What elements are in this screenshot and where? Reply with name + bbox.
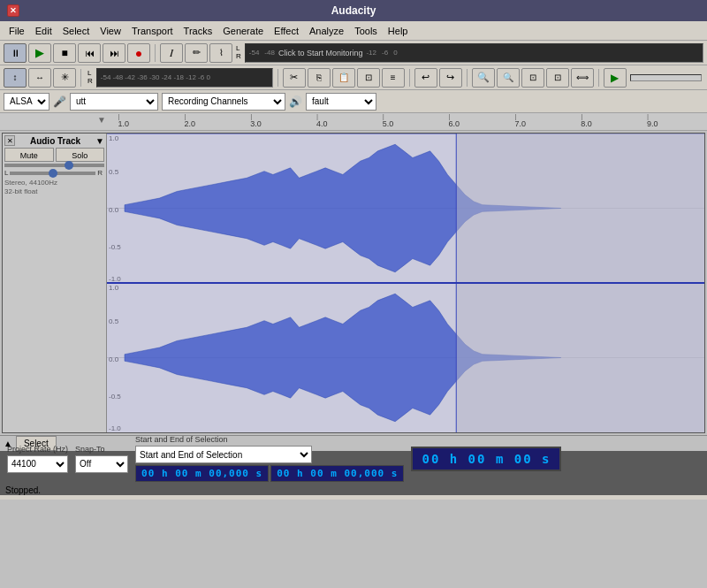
menu-tracks[interactable]: Tracks: [179, 24, 218, 38]
stop-button[interactable]: ■: [53, 43, 76, 63]
selection-combos: Start and End of Selection: [135, 446, 404, 463]
record-button[interactable]: ●: [127, 43, 150, 63]
gain-thumb[interactable]: [65, 161, 73, 170]
t-mark-3: 3.0: [250, 119, 262, 128]
tools-toolbar: ↕ ↔ ✳ LR -54 -48 -42 -36 -30 -24 -18 -12…: [0, 65, 707, 90]
selection-type-combo[interactable]: Start and End of Selection: [135, 446, 312, 463]
project-rate-label: Project Rate (Hz): [7, 445, 68, 454]
zoom-tool[interactable]: ↔: [28, 68, 51, 88]
zoom-fit-btn[interactable]: ⊡: [521, 68, 544, 88]
track-close-btn[interactable]: ✕: [4, 135, 15, 146]
track-title-row: ✕ Audio Track ▼: [4, 135, 104, 146]
paste-tool[interactable]: 📋: [332, 68, 355, 88]
cut-tool[interactable]: ✂: [283, 68, 306, 88]
redo-btn[interactable]: ↪: [439, 68, 462, 88]
vu-scale-left: -54-48: [249, 49, 275, 57]
t-mark-7: 7.0: [514, 119, 526, 128]
menu-bar: File Edit Select View Transport Tracks G…: [0, 21, 707, 41]
copy-tool[interactable]: ⎘: [308, 68, 331, 88]
mic-icon: 🎤: [53, 95, 66, 108]
channels-select[interactable]: Recording Channels: [162, 93, 285, 111]
sel-start-time: 00 h 00 m 00,000 s: [135, 465, 269, 482]
snap-to-label: Snap-To: [75, 445, 128, 454]
audio-position-display: 00 h 00 m 00 s: [411, 447, 561, 471]
menu-tools[interactable]: Tools: [349, 24, 383, 38]
pan-right-label: R: [97, 169, 103, 177]
menu-generate[interactable]: Generate: [217, 24, 269, 38]
vu-meter-2[interactable]: -54 -48 -42 -36 -30 -24 -18 -12 -6 0: [96, 68, 273, 88]
track-menu-arrow[interactable]: ▼: [95, 136, 104, 146]
pan-slider[interactable]: [10, 172, 95, 175]
main-area: ✕ Audio Track ▼ Mute Solo L R: [0, 131, 707, 436]
separator-5: [467, 69, 468, 87]
project-rate-select[interactable]: 44100: [7, 455, 68, 473]
zoom-sel-btn[interactable]: ⊡: [546, 68, 569, 88]
ibeam-tool[interactable]: 𝐼: [160, 43, 183, 63]
multitool[interactable]: ✳: [53, 68, 76, 88]
waveform-area[interactable]: [107, 134, 704, 432]
audio-track: ✕ Audio Track ▼ Mute Solo L R: [2, 133, 705, 433]
snap-to-group: Snap-To Off: [75, 445, 128, 473]
timeline-marks-container: ▼ 1.0 2.0 3.0 4.0 5.0 6.0 7.0 8.0 9.0: [106, 113, 707, 130]
t-mark-6: 6.0: [449, 119, 460, 128]
t-mark-4: 4.0: [316, 119, 328, 128]
solo-button[interactable]: Solo: [56, 148, 105, 162]
input-select[interactable]: utt: [70, 93, 158, 111]
menu-view[interactable]: View: [95, 24, 126, 38]
skip-fwd-button[interactable]: ⏭: [103, 43, 125, 63]
play-button[interactable]: ▶: [28, 43, 51, 63]
waveform-canvas: [107, 134, 704, 432]
envelope-tool[interactable]: ⌇: [209, 43, 232, 63]
selection-tool[interactable]: ↕: [4, 68, 27, 88]
close-btn[interactable]: ✕: [7, 4, 19, 17]
transport-toolbar: ⏸ ▶ ■ ⏮ ⏭ ● 𝐼 ✏ ⌇ LR -54-48 Click to Sta…: [0, 41, 707, 65]
menu-file[interactable]: File: [4, 24, 30, 38]
title-bar: ✕ Audacity: [0, 0, 707, 21]
pan-thumb[interactable]: [49, 169, 57, 178]
mute-button[interactable]: Mute: [4, 148, 54, 162]
zoom-out-btn[interactable]: 🔍: [497, 68, 520, 88]
separator-6: [598, 69, 599, 87]
vu-monitor-label[interactable]: Click to Start Monitoring: [278, 49, 363, 57]
draw-tool[interactable]: ✏: [185, 43, 208, 63]
t-mark-9: 9.0: [647, 119, 658, 128]
menu-analyze[interactable]: Analyze: [304, 24, 349, 38]
timeline-ruler: ▼ 1.0 2.0 3.0 4.0 5.0 6.0 7.0 8.0 9.0: [0, 113, 707, 131]
menu-help[interactable]: Help: [383, 24, 414, 38]
zoom-in-btn[interactable]: 🔍: [472, 68, 495, 88]
skip-back-button[interactable]: ⏮: [78, 43, 101, 63]
snap-to-select[interactable]: Off: [75, 455, 128, 473]
sel-times-row: 00 h 00 m 00,000 s 00 h 00 m 00,000 s: [135, 465, 404, 482]
zoom-toggle-btn[interactable]: ⟺: [571, 68, 594, 88]
api-select[interactable]: ALSA: [4, 93, 49, 111]
gain-row: [4, 164, 104, 167]
separator-4: [409, 69, 410, 87]
lr-indicator: LR: [236, 45, 241, 61]
output-select[interactable]: fault: [306, 93, 376, 111]
menu-edit[interactable]: Edit: [30, 24, 57, 38]
separator-3: [277, 69, 278, 87]
app-title: Audacity: [331, 4, 376, 17]
trim-tool[interactable]: ⊡: [357, 68, 380, 88]
undo-btn[interactable]: ↩: [414, 68, 437, 88]
menu-effect[interactable]: Effect: [269, 24, 304, 38]
track-info: Stereo, 44100Hz 32-bit float: [4, 179, 104, 197]
playback-slider[interactable]: [630, 74, 702, 81]
selection-dropdown-label: Start and End of Selection: [135, 435, 404, 444]
status-text: Stopped.: [5, 485, 41, 495]
menu-select[interactable]: Select: [57, 24, 95, 38]
vu-meter[interactable]: -54-48 Click to Start Monitoring -12-60: [245, 43, 703, 63]
gain-slider[interactable]: [4, 164, 104, 167]
silence-tool[interactable]: ≡: [382, 68, 405, 88]
t-mark-1: 1.0: [118, 119, 130, 128]
pause-button[interactable]: ⏸: [4, 43, 27, 63]
vu-scale-right: -12-60: [366, 49, 397, 57]
track-controls-panel: ✕ Audio Track ▼ Mute Solo L R: [3, 134, 107, 432]
track-name: Audio Track: [15, 136, 95, 146]
t-mark-2: 2.0: [184, 119, 195, 128]
separator-1: [155, 44, 156, 62]
play-green-btn[interactable]: ▶: [604, 68, 627, 88]
project-rate-group: Project Rate (Hz) 44100: [7, 445, 68, 473]
menu-transport[interactable]: Transport: [126, 24, 179, 38]
t-mark-5: 5.0: [383, 119, 394, 128]
